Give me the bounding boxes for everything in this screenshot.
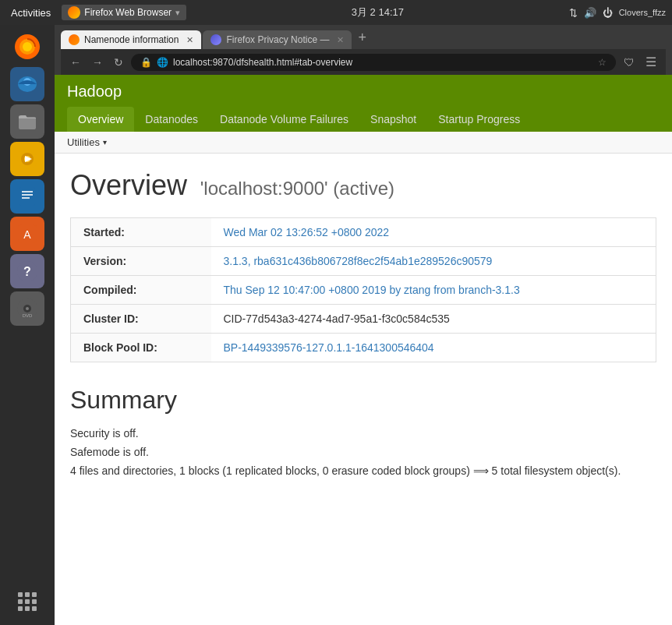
nav-item-datanode-volume-failures[interactable]: Datanode Volume Failures <box>209 107 359 132</box>
nav-item-datanodes[interactable]: Datanodes <box>134 107 209 132</box>
svg-text:?: ? <box>23 265 31 278</box>
table-row-cluster-id: Cluster ID: CID-77d543a3-4274-4ad7-95a1-… <box>71 305 656 334</box>
secure-icon: 🔒 <box>140 57 152 68</box>
datetime-display: 3月 2 14:17 <box>352 5 404 19</box>
table-row-compiled: Compiled: Thu Sep 12 10:47:00 +0800 2019… <box>71 276 656 305</box>
table-value-cluster-id: CID-77d543a3-4274-4ad7-95a1-f3c0c584c535 <box>211 305 656 334</box>
nav-row: ← → ↻ 🔒 🌐 localhost:9870/dfshealth.html#… <box>61 49 666 75</box>
browser-chrome: Namenode information ✕ Firefox Privacy N… <box>55 25 672 75</box>
hadoop-brand: Hadoop <box>67 83 660 101</box>
bookmark-star-icon[interactable]: ☆ <box>598 57 607 68</box>
tab-namenode[interactable]: Namenode information ✕ <box>61 30 201 49</box>
summary-line-3: 4 files and directories, 1 blocks (1 rep… <box>70 464 656 477</box>
hadoop-menu: Overview Datanodes Datanode Volume Failu… <box>67 107 660 132</box>
tab-close-2[interactable]: ✕ <box>337 35 344 45</box>
table-key-compiled: Compiled: <box>71 276 211 305</box>
table-value-started: Wed Mar 02 13:26:52 +0800 2022 <box>211 218 656 247</box>
sidebar-icon-firefox[interactable] <box>10 30 44 64</box>
overview-info-table: Started: Wed Mar 02 13:26:52 +0800 2022 … <box>70 217 656 362</box>
host-text: 'localhost:9000' (active) <box>200 178 394 199</box>
page-content: Hadoop Overview Datanodes Datanode Volum… <box>55 75 672 625</box>
sound-tray-icon[interactable]: 🔊 <box>584 7 596 19</box>
summary-line-1: Security is off. <box>70 427 656 440</box>
new-tab-button[interactable]: + <box>353 30 371 46</box>
table-value-version: 3.1.3, rba631c436b806728f8ec2f54ab1e2895… <box>211 247 656 276</box>
power-tray-icon[interactable]: ⏻ <box>603 7 613 19</box>
utilities-label: Utilities <box>67 136 100 148</box>
svg-rect-12 <box>22 194 33 196</box>
svg-rect-5 <box>19 117 36 129</box>
taskbar-center: 3月 2 14:17 <box>352 5 404 19</box>
tab-privacy[interactable]: Firefox Privacy Notice — ✕ <box>203 30 352 49</box>
tab-close-1[interactable]: ✕ <box>186 35 193 45</box>
tab-favicon-2 <box>210 34 221 45</box>
extensions-button[interactable]: 🛡 <box>621 55 638 70</box>
table-row-started: Started: Wed Mar 02 13:26:52 +0800 2022 <box>71 218 656 247</box>
tab-favicon-1 <box>69 34 80 45</box>
sidebar-icon-dvd[interactable]: DVD <box>10 291 44 326</box>
tab-label-2: Firefox Privacy Notice — <box>226 34 329 45</box>
taskbar-app-firefox[interactable]: Firefox Web Browser ▾ <box>62 5 186 20</box>
table-row-version: Version: 3.1.3, rba631c436b806728f8ec2f5… <box>71 247 656 276</box>
taskbar-username: Clovers_ffzz <box>619 8 666 17</box>
utilities-arrow-icon: ▾ <box>103 138 107 147</box>
svg-text:A: A <box>23 228 31 241</box>
table-key-version: Version: <box>71 247 211 276</box>
svg-rect-11 <box>22 191 33 192</box>
sidebar-icon-help[interactable]: ? <box>10 254 44 288</box>
table-key-cluster-id: Cluster ID: <box>71 305 211 334</box>
tabs-row: Namenode information ✕ Firefox Privacy N… <box>61 30 666 49</box>
hadoop-navbar: Hadoop Overview Datanodes Datanode Volum… <box>55 75 672 132</box>
sidebar-icon-app-grid[interactable] <box>10 584 44 619</box>
nav-item-snapshot[interactable]: Snapshot <box>359 107 427 132</box>
taskbar-app-label: Firefox Web Browser <box>84 7 172 18</box>
address-text: localhost:9870/dfshealth.html#tab-overvi… <box>173 57 352 68</box>
summary-line-2: Safemode is off. <box>70 446 656 458</box>
back-button[interactable]: ← <box>67 55 84 70</box>
sidebar-icon-writer[interactable] <box>10 179 44 214</box>
forward-button[interactable]: → <box>89 55 106 70</box>
overview-title: Overview <box>70 169 187 201</box>
activities-button[interactable]: Activities <box>6 5 55 20</box>
sidebar: A ? DVD <box>0 25 55 625</box>
firefox-taskbar-icon <box>68 6 80 19</box>
table-key-block-pool-id: Block Pool ID: <box>71 334 211 362</box>
network-tray-icon[interactable]: ⇅ <box>569 7 578 19</box>
svg-text:DVD: DVD <box>23 313 33 318</box>
svg-rect-10 <box>19 187 35 206</box>
table-value-block-pool-id: BP-1449339576-127.0.1.1-1641300546404 <box>211 334 656 362</box>
overview-heading: Overview 'localhost:9000' (active) <box>70 169 656 202</box>
utilities-button[interactable]: Utilities ▾ <box>67 136 107 148</box>
taskbar-left: Activities Firefox Web Browser ▾ <box>6 5 186 20</box>
taskbar-app-arrow[interactable]: ▾ <box>175 8 180 18</box>
utilities-row: Utilities ▾ <box>55 132 672 154</box>
tab-label-1: Namenode information <box>84 34 179 45</box>
table-value-compiled: Thu Sep 12 10:47:00 +0800 2019 by ztang … <box>211 276 656 305</box>
svg-point-2 <box>23 42 32 51</box>
table-row-block-pool-id: Block Pool ID: BP-1449339576-127.0.1.1-1… <box>71 334 656 362</box>
address-icons: ☆ <box>598 57 607 68</box>
summary-heading: Summary <box>70 386 656 415</box>
nav-item-overview[interactable]: Overview <box>67 107 134 132</box>
svg-point-20 <box>26 307 29 310</box>
sidebar-icon-rhythmbox[interactable] <box>10 142 44 176</box>
sidebar-icon-files[interactable] <box>10 104 44 139</box>
sidebar-icon-thunderbird[interactable] <box>10 67 44 101</box>
browser-window: Namenode information ✕ Firefox Privacy N… <box>55 25 672 625</box>
sidebar-icon-appstore[interactable]: A <box>10 217 44 251</box>
main-content-area: Overview 'localhost:9000' (active) Start… <box>55 154 672 499</box>
overview-host: 'localhost:9000' (active) <box>195 178 394 199</box>
svg-rect-13 <box>22 197 30 199</box>
reload-button[interactable]: ↻ <box>111 55 126 70</box>
nav-item-startup-progress[interactable]: Startup Progress <box>427 107 531 132</box>
address-bar[interactable]: 🔒 🌐 localhost:9870/dfshealth.html#tab-ov… <box>131 54 616 71</box>
taskbar: Activities Firefox Web Browser ▾ 3月 2 14… <box>0 0 672 25</box>
address-globe-icon: 🌐 <box>157 57 168 68</box>
browser-menu-button[interactable]: ☰ <box>642 53 660 71</box>
main-layout: A ? DVD <box>0 25 672 625</box>
taskbar-right: ⇅ 🔊 ⏻ Clovers_ffzz <box>569 7 666 19</box>
table-key-started: Started: <box>71 218 211 247</box>
